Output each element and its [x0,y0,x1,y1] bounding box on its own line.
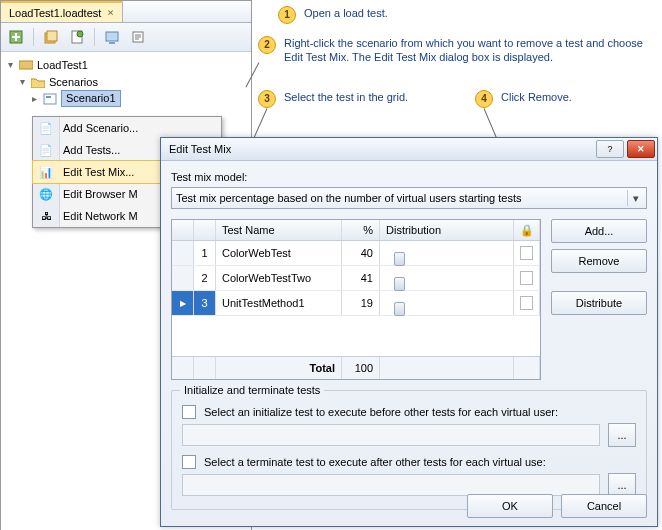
callout-1: 1 Open a load test. [278,6,648,24]
chevron-down-icon[interactable]: ▾ [627,190,644,206]
initialize-checkbox[interactable] [182,405,196,419]
lock-checkbox[interactable] [520,296,533,310]
document-tab[interactable]: LoadTest1.loadtest × [1,1,123,22]
svg-point-4 [77,31,83,37]
cell-test-name[interactable]: ColorWebTest [216,241,342,265]
slider-thumb[interactable] [394,302,405,316]
cell-distribution[interactable] [380,241,514,265]
grid-total-row: Total 100 [172,356,540,379]
test-mix-grid[interactable]: Test Name % Distribution 🔒 1ColorWebTest… [171,219,541,380]
tree-node-scenario1[interactable]: ▸ Scenario1 [5,90,251,107]
cancel-button[interactable]: Cancel [561,494,647,518]
test-mix-model-combobox[interactable]: Test mix percentage based on the number … [171,187,647,209]
slider-thumb[interactable] [394,252,405,266]
cell-test-name[interactable]: UnitTestMethod1 [216,291,342,315]
svg-rect-6 [109,42,115,44]
toolbar-button-1[interactable] [5,26,27,48]
toolbar-button-2[interactable] [40,26,62,48]
svg-rect-9 [44,94,56,104]
dialog-titlebar[interactable]: Edit Test Mix ? ✕ [161,138,657,161]
menu-label: Edit Network M [63,210,138,222]
col-test-name[interactable]: Test Name [216,220,342,240]
callout-text: Select the test in the grid. [284,90,408,104]
add-button[interactable]: Add... [551,219,647,243]
cell-lock[interactable] [514,241,540,265]
grid-row[interactable]: 2ColorWebTestTwo41 [172,266,540,291]
add-scenario-icon: 📄 [37,122,55,135]
edit-test-mix-icon: 📊 [37,166,55,179]
cell-lock[interactable] [514,291,540,315]
document-tab-label: LoadTest1.loadtest [9,7,101,19]
loadtest-icon [18,58,34,72]
expand-icon[interactable]: ▸ [29,93,39,104]
lock-checkbox[interactable] [520,246,533,260]
help-button[interactable]: ? [596,140,624,158]
callout-2: 2 Right-click the scenario from which yo… [258,36,658,64]
tree-node-scenarios[interactable]: ▾ Scenarios [5,73,251,90]
tree-label: LoadTest1 [37,59,88,71]
callout-3: 3 Select the test in the grid. [258,90,448,108]
col-distribution[interactable]: Distribution [380,220,514,240]
edit-test-mix-dialog: Edit Test Mix ? ✕ Test mix model: Test m… [160,137,658,527]
slider-thumb[interactable] [394,277,405,291]
cell-lock[interactable] [514,266,540,290]
col-lock[interactable]: 🔒 [514,220,540,240]
toolbar-button-3[interactable] [66,26,88,48]
edit-network-mix-icon: 🖧 [37,210,55,222]
grid-side-buttons: Add... Remove Distribute [551,219,647,380]
callout-text: Right-click the scenario from which you … [284,36,658,64]
group-legend: Initialize and terminate tests [180,384,324,396]
svg-rect-2 [47,31,57,41]
expand-icon[interactable]: ▾ [17,76,27,87]
terminate-test-field[interactable] [182,474,600,496]
callout-4: 4 Click Remove. [475,90,635,108]
editor-toolbar [1,23,251,52]
dialog-title: Edit Test Mix [169,143,231,155]
cell-distribution[interactable] [380,266,514,290]
ok-button[interactable]: OK [467,494,553,518]
svg-rect-10 [46,96,51,98]
row-selector[interactable] [172,241,194,265]
row-number: 1 [194,241,216,265]
row-selector[interactable] [172,291,194,315]
cell-distribution[interactable] [380,291,514,315]
close-button[interactable]: ✕ [627,140,655,158]
browse-initialize-button[interactable]: ... [608,423,636,447]
add-tests-icon: 📄 [37,144,55,157]
toolbar-button-4[interactable] [101,26,123,48]
cell-percent[interactable]: 19 [342,291,380,315]
callout-number-icon: 3 [258,90,276,108]
initialize-test-field[interactable] [182,424,600,446]
close-tab-icon[interactable]: × [107,6,114,19]
toolbar-button-5[interactable] [127,26,149,48]
terminate-checkbox[interactable] [182,455,196,469]
grid-row[interactable]: 1ColorWebTest40 [172,241,540,266]
grid-row[interactable]: 3UnitTestMethod119 [172,291,540,316]
cell-percent[interactable]: 40 [342,241,380,265]
document-tab-strip: LoadTest1.loadtest × [1,1,251,23]
menu-label: Edit Test Mix... [63,166,134,178]
dialog-footer: OK Cancel [467,494,647,518]
cell-percent[interactable]: 41 [342,266,380,290]
callout-number-icon: 4 [475,90,493,108]
load-test-tree[interactable]: ▾ LoadTest1 ▾ Scenarios ▸ Scenario1 [1,52,251,107]
folder-icon [30,75,46,89]
col-percent[interactable]: % [342,220,380,240]
tree-label: Scenarios [49,76,98,88]
svg-rect-8 [19,61,33,69]
grid-header: Test Name % Distribution 🔒 [172,220,540,241]
total-label: Total [216,357,342,379]
initialize-label: Select an initialize test to execute bef… [204,406,558,418]
row-number: 2 [194,266,216,290]
expand-icon[interactable]: ▾ [5,59,15,70]
callout-text: Open a load test. [304,6,388,20]
lock-checkbox[interactable] [520,271,533,285]
cell-test-name[interactable]: ColorWebTestTwo [216,266,342,290]
menu-label: Edit Browser M [63,188,138,200]
remove-button[interactable]: Remove [551,249,647,273]
row-selector[interactable] [172,266,194,290]
menu-item-add-scenario[interactable]: 📄 Add Scenario... [33,117,221,139]
tree-node-loadtest[interactable]: ▾ LoadTest1 [5,56,251,73]
distribute-button[interactable]: Distribute [551,291,647,315]
row-number: 3 [194,291,216,315]
